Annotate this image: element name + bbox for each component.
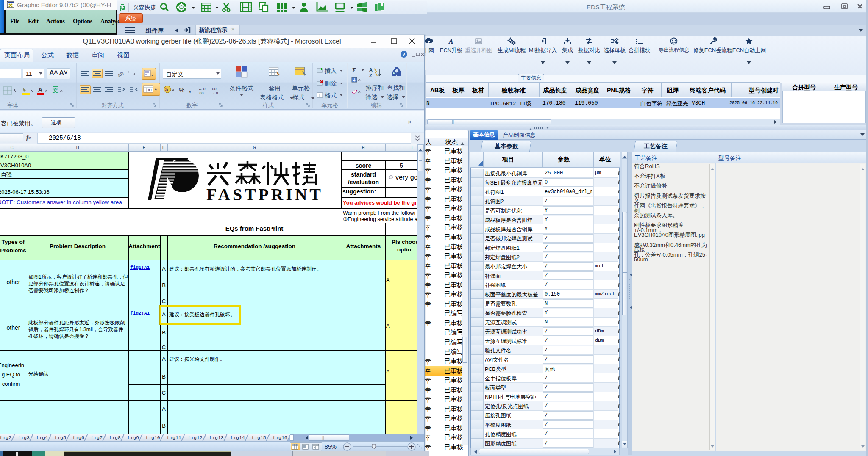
svg-text:ab: ab (117, 70, 125, 78)
svg-text:→.0: →.0 (211, 91, 218, 95)
svg-text:%: % (179, 86, 184, 94)
svg-text:FASTPRINT: FASTPRINT (206, 185, 321, 204)
svg-text:+a+: +a+ (146, 88, 153, 92)
svg-text:A: A (38, 86, 42, 93)
svg-text:←.0: ←.0 (198, 87, 206, 91)
svg-text:文: 文 (52, 87, 58, 94)
svg-text:.00: .00 (198, 91, 204, 95)
svg-text:$: $ (165, 87, 168, 92)
svg-text:.00: .00 (211, 87, 217, 91)
svg-text:?: ? (403, 52, 405, 58)
svg-text:A: A (369, 67, 373, 72)
svg-text:Z: Z (369, 73, 372, 78)
svg-text:,: , (189, 86, 191, 94)
svg-text:A: A (448, 38, 453, 45)
